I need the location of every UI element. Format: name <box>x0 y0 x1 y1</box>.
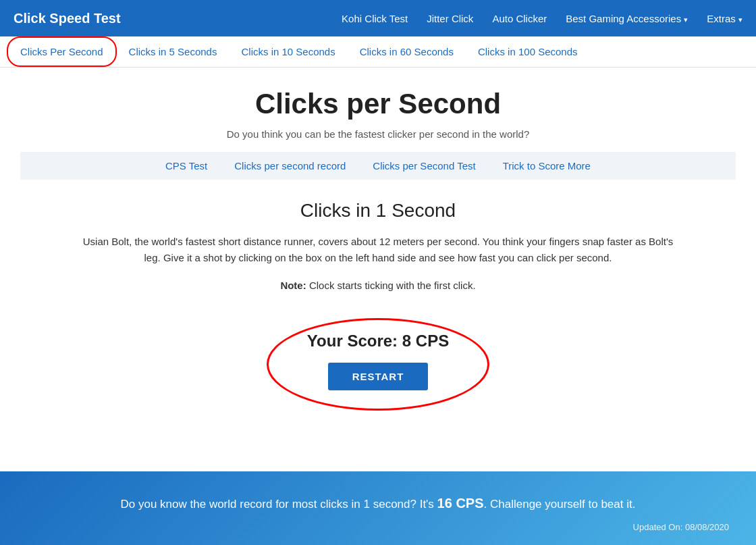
subnav-clicks-60s[interactable]: Clicks in 60 Seconds <box>348 38 466 66</box>
page-title: Clicks per Second <box>20 88 736 120</box>
banner-text2: . Challenge yourself to beat it. <box>484 498 636 511</box>
breadcrumb-links: CPS Test Clicks per second record Clicks… <box>20 152 736 180</box>
main-content: Clicks per Second Do you think you can b… <box>7 68 749 444</box>
note-text: Note: Clock starts ticking with the firs… <box>20 280 736 291</box>
breadcrumb-cps-test[interactable]: CPS Test <box>165 160 207 172</box>
note-content: Clock starts ticking with the first clic… <box>309 280 476 291</box>
page-subtitle: Do you think you can be the fastest clic… <box>20 128 736 140</box>
top-nav-links: Kohi Click Test Jitter Click Auto Clicke… <box>342 13 742 24</box>
chevron-down-icon: ▾ <box>738 16 742 24</box>
banner-record: 16 CPS <box>437 496 484 511</box>
score-box: Your Score: 8 CPS RESTART <box>267 318 489 411</box>
breadcrumb-cps-test-page[interactable]: Clicks per Second Test <box>373 160 475 172</box>
nav-jitter-click[interactable]: Jitter Click <box>427 13 473 24</box>
banner-text: Do you know the world record for most cl… <box>27 492 729 515</box>
brand-logo[interactable]: Click Speed Test <box>14 11 121 26</box>
breadcrumb-trick-score[interactable]: Trick to Score More <box>503 160 591 172</box>
breadcrumb-cps-record[interactable]: Clicks per second record <box>234 160 346 172</box>
score-display: Your Score: 8 CPS <box>307 332 449 351</box>
description-text: Usian Bolt, the world's fastest short di… <box>74 234 682 266</box>
nav-best-gaming[interactable]: Best Gaming Accessories ▾ <box>566 13 688 24</box>
subnav-clicks-per-second[interactable]: Clicks Per Second <box>7 36 117 67</box>
section-title: Clicks in 1 Second <box>20 200 736 222</box>
subnav-clicks-10s[interactable]: Clicks in 10 Seconds <box>229 38 347 66</box>
nav-extras[interactable]: Extras ▾ <box>707 13 742 24</box>
chevron-down-icon: ▾ <box>684 16 688 24</box>
banner-updated: Updated On: 08/08/2020 <box>27 520 729 535</box>
sub-navigation: Clicks Per Second Clicks in 5 Seconds Cl… <box>0 36 756 68</box>
top-navigation: Click Speed Test Kohi Click Test Jitter … <box>0 0 756 36</box>
note-label: Note: <box>280 280 306 291</box>
restart-button[interactable]: RESTART <box>328 363 429 390</box>
nav-auto-clicker[interactable]: Auto Clicker <box>492 13 547 24</box>
banner-text1: Do you know the world record for most cl… <box>121 498 437 511</box>
world-record-banner: Do you know the world record for most cl… <box>0 471 756 545</box>
subnav-clicks-5s[interactable]: Clicks in 5 Seconds <box>117 38 230 66</box>
subnav-clicks-100s[interactable]: Clicks in 100 Seconds <box>466 38 590 66</box>
nav-kohi-click-test[interactable]: Kohi Click Test <box>342 13 408 24</box>
